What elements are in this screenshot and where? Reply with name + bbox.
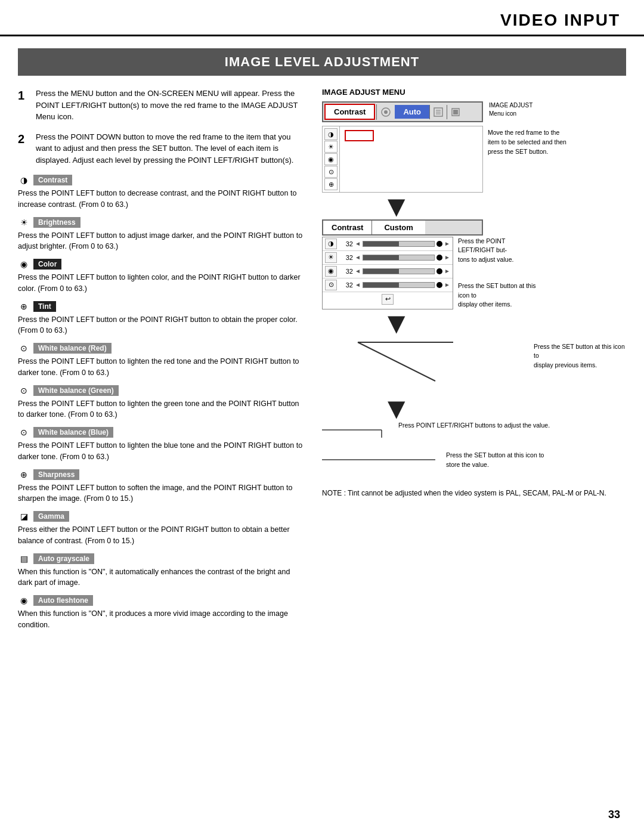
pointlr-line: [322, 421, 394, 439]
adjust-panel-section: ◑ 32 ◄ ► ☀ 32 ◄: [322, 237, 626, 310]
adj-dot-2: [436, 255, 442, 261]
arrow-down-1: ▼: [382, 194, 626, 219]
step-1-number: 1: [18, 88, 30, 123]
adj-arrow-left-4: ◄: [355, 281, 361, 288]
adj-arrow-right-2: ►: [444, 254, 450, 261]
v-icon-sharpness: ⊕: [324, 178, 338, 190]
tint-label: Tint: [33, 301, 56, 312]
image-adjust-icon-note: IMAGE ADJUSTMenu icon: [489, 102, 532, 117]
item-brightness: ☀ Brightness Press the POINT LEFT button…: [18, 216, 304, 253]
callout-set-prev: Press the SET button at this icon todisp…: [534, 342, 626, 370]
item-auto-grayscale: ▤ Auto grayscale When this function is "…: [18, 553, 304, 589]
arrow-down-2: ▼: [382, 311, 626, 336]
step-1: 1 Press the MENU button and the ON-SCREE…: [18, 88, 304, 123]
adj-value-2: 32: [339, 254, 353, 261]
step-1-text: Press the MENU button and the ON-SCREEN …: [36, 88, 304, 123]
adj-value-3: 32: [339, 268, 353, 275]
main-content: IMAGE LEVEL ADJUSTMENT 1 Press the MENU …: [0, 48, 644, 655]
top-menu-bar: Contrast Auto: [322, 101, 483, 122]
item-gamma: ◪ Gamma Press either the POINT LEFT butt…: [18, 510, 304, 547]
scroll-icon-row: ↩: [323, 292, 453, 306]
adj-bar-fill-4: [363, 283, 399, 287]
second-menu-bar: Contrast Custom: [322, 219, 483, 236]
adj-bar-1: [363, 241, 435, 247]
arrow-down-3: ▼: [382, 396, 626, 422]
item-sharpness: ⊕ Sharpness Press the POINT LEFT button …: [18, 469, 304, 505]
page-title: VIDEO INPUT: [0, 11, 620, 30]
adj-bar-4: [363, 282, 435, 288]
auto-fleshtone-icon: ◉: [18, 594, 30, 606]
adjust-row-4: ⊙ 32 ◄ ►: [323, 278, 453, 292]
gamma-desc: Press either the POINT LEFT button or th…: [18, 524, 304, 547]
adj-arrow-left-3: ◄: [355, 268, 361, 274]
left-column: 1 Press the MENU button and the ON-SCREE…: [18, 88, 304, 637]
callout-store-row: Press the SET button at this icon tostor…: [322, 451, 626, 470]
callout-pointlr-row: Press POINT LEFT/RIGHT buttons to adjust…: [322, 421, 626, 439]
page-header: VIDEO INPUT: [0, 0, 644, 36]
step-2-number: 2: [18, 131, 30, 166]
section-title: IMAGE LEVEL ADJUSTMENT: [18, 48, 626, 76]
color-label: Color: [33, 259, 61, 270]
tint-note: NOTE : Tint cannot be adjusted when the …: [322, 488, 626, 499]
third-section: Press the SET button at this icon todisp…: [322, 336, 626, 396]
color-desc: Press the POINT LEFT button to lighten c…: [18, 272, 304, 295]
tint-icon: ⊕: [18, 301, 30, 312]
custom-cell: Custom: [372, 221, 425, 234]
contrast-label: Contrast: [33, 175, 72, 185]
adjust-callout-notes: Press the POINT LEFT/RIGHT but-tons to a…: [458, 237, 541, 310]
contrast-cell: Contrast: [324, 104, 375, 120]
step-2-text: Press the POINT DOWN button to move the …: [36, 131, 304, 166]
callout-adjust-value: Press the POINT LEFT/RIGHT but-tons to a…: [458, 237, 541, 265]
image-adjust-menu-note: IMAGE ADJUSTMenu icon: [489, 101, 566, 118]
brightness-desc: Press the POINT LEFT button to adjust im…: [18, 230, 304, 253]
auto-fleshtone-desc: When this function is "ON", it produces …: [18, 608, 304, 631]
auto-grayscale-icon: ▤: [18, 553, 30, 565]
image-adjust-menu-label: IMAGE ADJUST MENU: [322, 88, 626, 97]
page-number: 33: [608, 809, 620, 821]
step-2: 2 Press the POINT DOWN button to move th…: [18, 131, 304, 166]
icon-cell-1: [429, 105, 447, 119]
adj-icon-2: ☀: [325, 252, 337, 263]
callout-set-other: Press the SET button at this icon todisp…: [458, 281, 541, 309]
v-icon-tint: ⊙: [324, 166, 338, 178]
second-contrast-cell: Contrast: [323, 221, 372, 234]
wb-green-desc: Press the POINT LEFT button to lighten t…: [18, 398, 304, 421]
brightness-icon: ☀: [18, 216, 30, 228]
auto-fleshtone-label: Auto fleshtone: [33, 595, 93, 606]
adj-value-1: 32: [339, 240, 353, 247]
callout-store-text: Press the SET button at this icon tostor…: [446, 451, 544, 470]
store-line: [322, 451, 441, 469]
wb-green-label: White balance (Green): [33, 385, 119, 396]
color-icon: ◉: [18, 258, 30, 270]
callout-pointlr-text: Press POINT LEFT/RIGHT buttons to adjust…: [398, 421, 550, 431]
wb-blue-icon: ⊙: [18, 426, 30, 438]
svg-rect-7: [453, 110, 458, 114]
auto-grayscale-desc: When this function is "ON", it automatic…: [18, 566, 304, 589]
scroll-down-icon: ↩: [382, 294, 394, 305]
red-frame-indicator: [345, 130, 374, 141]
adj-bar-fill-3: [363, 269, 399, 274]
gamma-label: Gamma: [33, 511, 69, 522]
adj-icon-4: ⊙: [325, 280, 337, 290]
contrast-icon: ◑: [18, 174, 30, 186]
adj-arrow-left-1: ◄: [355, 240, 361, 247]
callout-text-1: Move the red frame to the item to be sel…: [488, 126, 571, 193]
wb-blue-desc: Press the POINT LEFT button to lighten t…: [18, 440, 304, 463]
menu-icon-1: [434, 107, 443, 117]
sharpness-desc: Press the POINT LEFT button to soften th…: [18, 482, 304, 505]
vertical-icon-list: ◑ ☀ ◉ ⊙ ⊕: [323, 126, 340, 192]
second-menu-group: Contrast Custom: [322, 219, 626, 236]
top-menu-diagram: Contrast Auto IMAGE ADJUSTMenu icon: [322, 101, 626, 123]
adj-icon-3: ◉: [325, 266, 337, 277]
wb-red-desc: Press the POINT LEFT button to lighten t…: [18, 356, 304, 379]
menu-icon-2: [451, 107, 460, 117]
adj-value-4: 32: [339, 281, 353, 289]
gamma-icon: ◪: [18, 510, 30, 522]
svg-line-8: [358, 342, 435, 381]
tint-desc: Press the POINT LEFT button or the POINT…: [18, 314, 304, 337]
wb-blue-label: White balance (Blue): [33, 427, 113, 438]
brightness-label: Brightness: [33, 217, 80, 228]
icon-cell-2: [447, 105, 464, 119]
item-wb-green: ⊙ White balance (Green) Press the POINT …: [18, 385, 304, 421]
item-color: ◉ Color Press the POINT LEFT button to l…: [18, 258, 304, 295]
